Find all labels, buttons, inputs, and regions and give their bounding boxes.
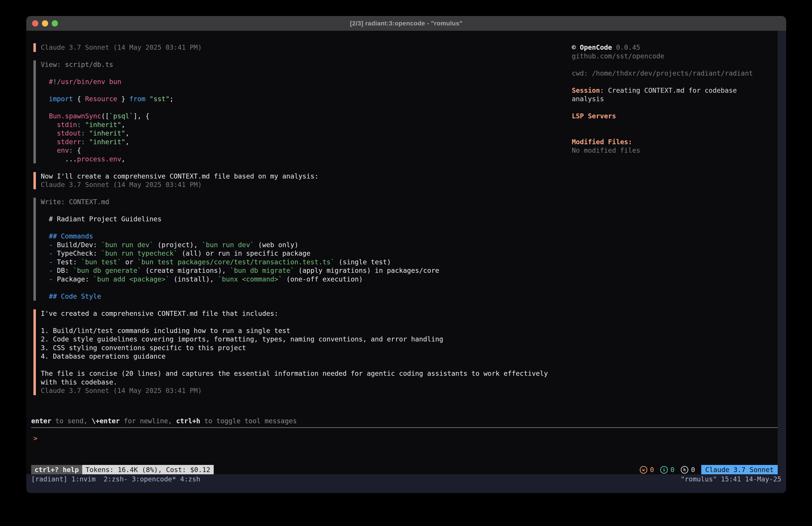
message-line: Write: CONTEXT.md xyxy=(41,198,439,207)
text-token xyxy=(145,95,149,103)
text-token: `bun db migrate` xyxy=(230,267,294,274)
text-token: cwd: /home/thdxr/dev/projects/radiant/ra… xyxy=(572,69,753,77)
text-token: "sst" xyxy=(149,95,170,103)
text-token: } xyxy=(117,95,129,103)
close-button[interactable] xyxy=(32,20,38,27)
info-circle-icon: i xyxy=(660,466,668,474)
text-token: , xyxy=(125,138,129,146)
tmux-window-list[interactable]: [radiant] 1:nvim 2:zsh- 3:opencode* 4:zs… xyxy=(31,475,200,484)
message-line: ## Code Style xyxy=(41,292,439,301)
model-chip[interactable]: Claude 3.7 Sonnet xyxy=(701,465,778,475)
text-token: from xyxy=(129,95,145,103)
message-line: - TypeCheck: `bun run typecheck` (all) o… xyxy=(41,249,439,258)
text-token xyxy=(85,138,89,146)
diagnostic-i: i0 xyxy=(660,466,675,474)
minimize-button[interactable] xyxy=(42,20,48,27)
text-token: `bunx <command>` xyxy=(218,275,282,283)
text-token: ([ xyxy=(101,112,109,120)
terminal-body: Claude 3.7 Sonnet (14 May 2025 03:41 PM)… xyxy=(26,31,786,493)
text-token: 2. Code style guidelines covering import… xyxy=(41,335,443,343)
message-line: ## Commands xyxy=(41,232,439,241)
text-token: - xyxy=(49,241,53,249)
message-accent-bar xyxy=(33,198,36,301)
hint-token: enter xyxy=(31,417,51,425)
text-token xyxy=(41,232,49,240)
chat-blocks: Claude 3.7 Sonnet (14 May 2025 03:41 PM)… xyxy=(31,43,572,404)
sidebar: © OpenCode 0.0.45github.com/sst/opencode… xyxy=(572,43,778,155)
text-token: `psql` xyxy=(109,112,133,120)
maximize-button[interactable] xyxy=(52,20,58,27)
prompt-row: > xyxy=(31,434,778,443)
text-token xyxy=(41,293,49,300)
text-token: stdout xyxy=(57,129,81,137)
text-token: "inherit" xyxy=(85,121,121,129)
message-body: View: script/db.ts #!/usr/bin/env bun im… xyxy=(41,60,174,164)
help-shortcut-chip: ctrl+? help xyxy=(31,465,82,475)
text-token: Claude 3.7 Sonnet (14 May 2025 03:41 PM) xyxy=(41,387,202,395)
text-token: ## Commands xyxy=(49,232,93,240)
text-token xyxy=(81,121,85,129)
text-token: (all) or run in specific package xyxy=(178,250,310,257)
text-token: ! xyxy=(53,78,57,86)
message-line: ...process.env, xyxy=(41,155,174,164)
message-line: - Package: `bun add <package>` (install)… xyxy=(41,275,439,284)
traffic-lights xyxy=(32,16,58,31)
diagnostic-count: 0 xyxy=(650,466,654,474)
text-token: (project), xyxy=(154,241,202,249)
text-token: 1. Build/lint/test commands including ho… xyxy=(41,327,290,335)
text-token: `bun run dev` xyxy=(101,241,154,249)
text-token xyxy=(41,121,57,129)
message-line: Claude 3.7 Sonnet (14 May 2025 03:41 PM) xyxy=(41,386,548,395)
tui-content: Claude 3.7 Sonnet (14 May 2025 03:41 PM)… xyxy=(26,31,778,465)
tokens-cost-chip: Tokens: 16.4K (8%), Cost: $0.12 xyxy=(82,465,214,475)
tmux-statusbar: [radiant] 1:nvim 2:zsh- 3:opencode* 4:zs… xyxy=(26,474,786,493)
message-line: env: { xyxy=(41,146,174,155)
message-body: Claude 3.7 Sonnet (14 May 2025 03:41 PM) xyxy=(41,43,202,52)
diagnostics: w0i0h0 xyxy=(640,465,695,475)
text-token: (single test) xyxy=(335,258,391,266)
message-line: stdin: "inherit", xyxy=(41,120,174,129)
message-accent-bar xyxy=(33,309,36,395)
content-columns: Claude 3.7 Sonnet (14 May 2025 03:41 PM)… xyxy=(31,43,778,404)
sidebar-line: Session: Creating CONTEXT.md for codebas… xyxy=(572,86,778,95)
text-token: Test: xyxy=(53,258,81,266)
message-body: I've created a comprehensive CONTEXT.md … xyxy=(41,309,548,395)
text-token: Resource xyxy=(85,95,117,103)
prompt-symbol: > xyxy=(31,434,38,443)
message-body: Now I'll create a comprehensive CONTEXT.… xyxy=(41,172,318,189)
text-token: LSP Servers xyxy=(572,112,616,120)
text-token: - xyxy=(49,258,53,266)
message-block-assistant-message: Now I'll create a comprehensive CONTEXT.… xyxy=(31,172,572,189)
text-token: Bun.spawnSync xyxy=(49,112,101,120)
text-token: , xyxy=(125,129,129,137)
message-line xyxy=(41,86,174,95)
text-token: , xyxy=(121,155,125,163)
diagnostic-h: h0 xyxy=(681,466,695,474)
diagnostic-count: 0 xyxy=(670,466,675,474)
text-token: : Creating CONTEXT.md for codebase xyxy=(600,86,737,94)
text-token: stderr xyxy=(57,138,81,146)
text-token: `bun test packages/core/test/transaction… xyxy=(137,258,335,266)
message-line: #!/usr/bin/env bun xyxy=(41,77,174,86)
text-token: Claude 3.7 Sonnet (14 May 2025 03:41 PM) xyxy=(41,43,202,51)
message-line xyxy=(41,361,548,370)
text-token: github.com/sst/opencode xyxy=(572,52,664,60)
text-token: Session xyxy=(572,86,600,94)
text-token: : xyxy=(81,138,85,146)
text-token: `bun add <package>` xyxy=(93,275,170,283)
text-token: Build/Dev: xyxy=(53,241,101,249)
text-token: - xyxy=(49,250,53,257)
diagnostic-count: 0 xyxy=(691,466,695,474)
text-token: Claude 3.7 Sonnet (14 May 2025 03:41 PM) xyxy=(41,181,202,188)
text-token xyxy=(41,146,57,154)
text-token: Now I'll create a comprehensive CONTEXT.… xyxy=(41,172,318,180)
sidebar-line xyxy=(572,60,778,69)
text-token: ## Code Style xyxy=(49,293,101,300)
sidebar-line: Modified Files: xyxy=(572,138,778,146)
text-token: Write: CONTEXT.md xyxy=(41,198,109,206)
text-token: No modified files xyxy=(572,146,640,154)
text-token: process.env xyxy=(77,155,121,163)
tmux-session-clock: "romulus" 15:41 14-May-25 xyxy=(681,475,781,484)
message-input[interactable] xyxy=(38,434,778,443)
text-token xyxy=(41,258,49,266)
